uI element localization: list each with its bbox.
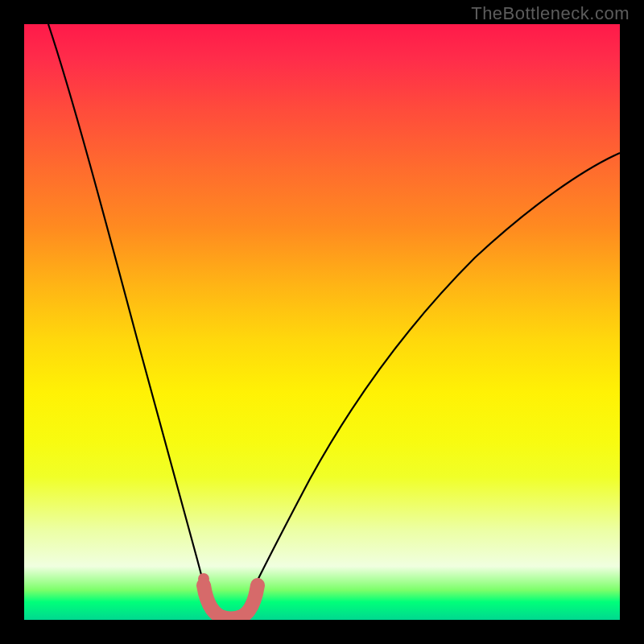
plot-area — [24, 24, 620, 620]
valley-svg — [24, 24, 620, 620]
watermark-text: TheBottleneck.com — [471, 3, 630, 24]
valley-u-marker — [204, 585, 258, 618]
